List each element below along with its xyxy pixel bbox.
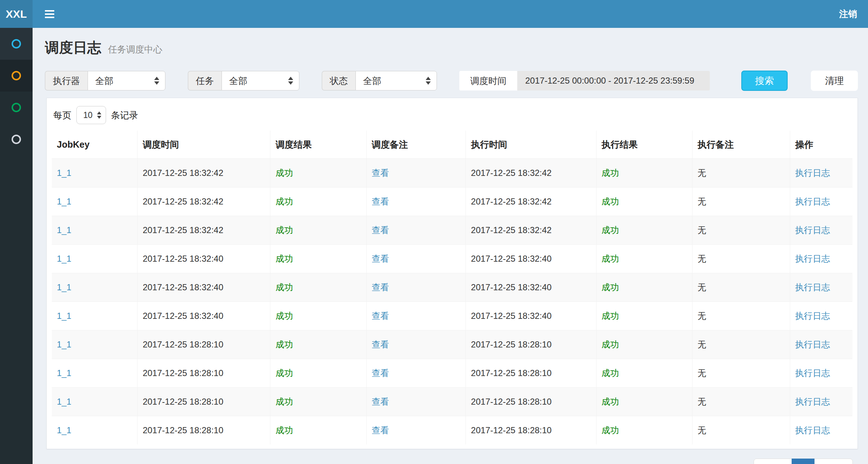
select-arrows-icon xyxy=(154,77,159,85)
handle-result-cell: 成功 xyxy=(596,187,692,216)
circle-icon xyxy=(12,135,21,144)
trigger-msg-link[interactable]: 查看 xyxy=(372,368,389,378)
execute-log-link[interactable]: 执行日志 xyxy=(795,425,830,435)
job-select-value: 全部 xyxy=(229,75,247,87)
trigger-msg-link[interactable]: 查看 xyxy=(372,397,389,406)
trigger-msg-link[interactable]: 查看 xyxy=(372,282,389,292)
execute-log-link[interactable]: 执行日志 xyxy=(795,397,830,406)
status-filter-group: 状态 全部 xyxy=(322,71,437,90)
trigger-result-cell: 成功 xyxy=(270,388,366,416)
handle-result-cell: 成功 xyxy=(596,216,692,245)
job-key-link[interactable]: 1_1 xyxy=(57,311,71,321)
execute-log-link[interactable]: 执行日志 xyxy=(795,225,830,235)
trigger-result-cell: 成功 xyxy=(270,216,366,245)
executor-select-value: 全部 xyxy=(95,75,113,87)
trigger-time-range-input[interactable] xyxy=(517,71,710,90)
execute-log-link[interactable]: 执行日志 xyxy=(795,339,830,349)
handle-msg-cell: 无 xyxy=(692,159,790,187)
trigger-msg-link[interactable]: 查看 xyxy=(372,311,389,321)
trigger-msg-link[interactable]: 查看 xyxy=(372,197,389,206)
navbar-spacer xyxy=(62,0,828,28)
handle-time-cell: 2017-12-25 18:32:40 xyxy=(466,302,597,330)
trigger-result-cell: 成功 xyxy=(270,273,366,302)
trigger-time-cell: 2017-12-25 18:32:40 xyxy=(138,245,270,273)
content-header: 调度日志 任务调度中心 xyxy=(33,28,868,58)
page-number-button[interactable]: 1 xyxy=(792,459,815,464)
page-size-select[interactable]: 10 xyxy=(76,106,106,124)
table-row: 1_1 2017-12-25 18:28:10 成功 查看 2017-12-25… xyxy=(52,388,852,416)
execute-log-link[interactable]: 执行日志 xyxy=(795,311,830,321)
trigger-time-cell: 2017-12-25 18:28:10 xyxy=(138,359,270,388)
sidebar-item-2[interactable] xyxy=(0,60,33,92)
next-page-button[interactable]: 下页 xyxy=(814,459,853,464)
table-row: 1_1 2017-12-25 18:32:40 成功 查看 2017-12-25… xyxy=(52,302,852,330)
handle-result-cell: 成功 xyxy=(596,245,692,273)
job-key-link[interactable]: 1_1 xyxy=(57,168,71,178)
job-key-link[interactable]: 1_1 xyxy=(57,368,71,378)
app-logo[interactable]: XXL xyxy=(0,0,33,28)
handle-time-cell: 2017-12-25 18:28:10 xyxy=(466,330,597,359)
clear-button[interactable]: 清理 xyxy=(811,71,858,91)
job-key-link[interactable]: 1_1 xyxy=(57,254,71,263)
handle-result-cell: 成功 xyxy=(596,359,692,388)
executor-select[interactable]: 全部 xyxy=(88,71,165,90)
handle-time-cell: 2017-12-25 18:32:42 xyxy=(466,216,597,245)
table-row: 1_1 2017-12-25 18:28:10 成功 查看 2017-12-25… xyxy=(52,359,852,388)
schedule-log-table: JobKey 调度时间 调度结果 调度备注 执行时间 执行结果 执行备注 操作 … xyxy=(52,131,852,444)
handle-msg-cell: 无 xyxy=(692,302,790,330)
status-filter-label: 状态 xyxy=(322,71,355,90)
trigger-result-cell: 成功 xyxy=(270,159,366,187)
job-key-link[interactable]: 1_1 xyxy=(57,397,71,406)
job-key-link[interactable]: 1_1 xyxy=(57,225,71,235)
trigger-time-cell: 2017-12-25 18:28:10 xyxy=(138,388,270,416)
circle-icon xyxy=(12,103,21,112)
column-header-handle-time: 执行时间 xyxy=(466,131,597,159)
trigger-msg-link[interactable]: 查看 xyxy=(372,168,389,178)
page-title: 调度日志 xyxy=(45,40,101,55)
status-select[interactable]: 全部 xyxy=(355,71,437,90)
handle-result-cell: 成功 xyxy=(596,416,692,445)
execute-log-link[interactable]: 执行日志 xyxy=(795,168,830,178)
top-navbar: XXL 注销 xyxy=(0,0,868,28)
execute-log-link[interactable]: 执行日志 xyxy=(795,254,830,263)
job-key-link[interactable]: 1_1 xyxy=(57,197,71,206)
job-key-link[interactable]: 1_1 xyxy=(57,339,71,349)
job-select[interactable]: 全部 xyxy=(222,71,299,90)
handle-result-cell: 成功 xyxy=(596,330,692,359)
column-header-handle-result: 执行结果 xyxy=(596,131,692,159)
trigger-msg-link[interactable]: 查看 xyxy=(372,225,389,235)
job-key-link[interactable]: 1_1 xyxy=(57,282,71,292)
sidebar-toggle-icon[interactable] xyxy=(37,0,62,28)
trigger-time-cell: 2017-12-25 18:28:10 xyxy=(138,416,270,445)
table-row: 1_1 2017-12-25 18:32:40 成功 查看 2017-12-25… xyxy=(52,245,852,273)
execute-log-link[interactable]: 执行日志 xyxy=(795,197,830,206)
handle-msg-cell: 无 xyxy=(692,187,790,216)
trigger-time-filter-label: 调度时间 xyxy=(459,71,517,90)
handle-time-cell: 2017-12-25 18:32:40 xyxy=(466,245,597,273)
trigger-result-cell: 成功 xyxy=(270,330,366,359)
trigger-msg-link[interactable]: 查看 xyxy=(372,254,389,263)
job-filter-group: 任务 全部 xyxy=(188,71,299,90)
handle-msg-cell: 无 xyxy=(692,359,790,388)
trigger-result-cell: 成功 xyxy=(270,416,366,445)
search-button[interactable]: 搜索 xyxy=(741,71,788,91)
handle-msg-cell: 无 xyxy=(692,330,790,359)
sidebar-item-4[interactable] xyxy=(0,123,33,155)
execute-log-link[interactable]: 执行日志 xyxy=(795,368,830,378)
table-row: 1_1 2017-12-25 18:28:10 成功 查看 2017-12-25… xyxy=(52,416,852,445)
sidebar-item-3[interactable] xyxy=(0,92,33,123)
select-arrows-icon xyxy=(288,77,293,85)
table-row: 1_1 2017-12-25 18:28:10 成功 查看 2017-12-25… xyxy=(52,330,852,359)
executor-filter-group: 执行器 全部 xyxy=(45,71,165,90)
logout-link[interactable]: 注销 xyxy=(828,0,868,28)
select-arrows-icon xyxy=(97,111,101,119)
trigger-msg-link[interactable]: 查看 xyxy=(372,339,389,349)
prev-page-button[interactable]: 上页 xyxy=(754,459,792,464)
page-size-suffix: 条记录 xyxy=(111,109,138,121)
execute-log-link[interactable]: 执行日志 xyxy=(795,282,830,292)
sidebar-item-1[interactable] xyxy=(0,28,33,60)
trigger-time-cell: 2017-12-25 18:32:42 xyxy=(138,216,270,245)
trigger-msg-link[interactable]: 查看 xyxy=(372,425,389,435)
trigger-time-cell: 2017-12-25 18:32:42 xyxy=(138,159,270,187)
job-key-link[interactable]: 1_1 xyxy=(57,425,71,435)
